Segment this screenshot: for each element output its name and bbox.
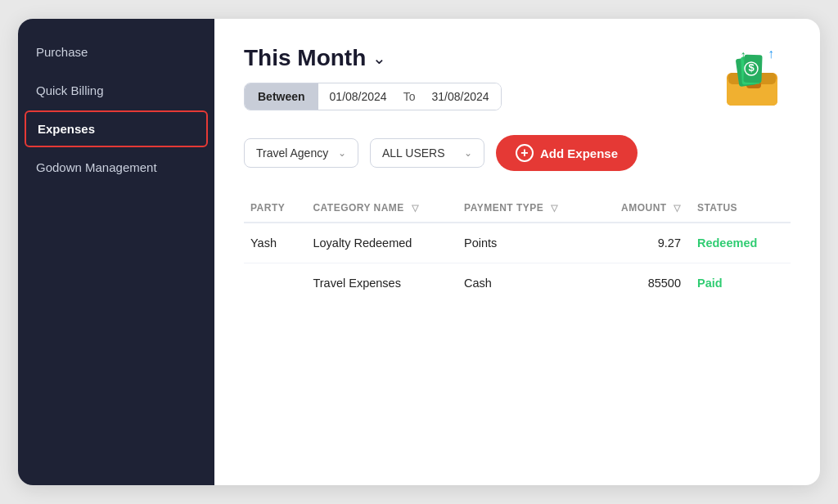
cell-status: Redeemed [697, 223, 791, 263]
wallet-icon: $ ↑ ↑ [717, 42, 791, 115]
amount-filter-icon[interactable]: ▽ [674, 203, 680, 213]
cell-payment-type: Points [464, 223, 600, 263]
table-row: Travel Expenses Cash 85500 Paid [244, 263, 791, 304]
table-row: Yash Loyalty Redeemed Points 9.27 Redeem… [244, 223, 791, 263]
payment-filter-icon[interactable]: ▽ [551, 203, 557, 213]
col-party: PARTY [244, 194, 313, 223]
main-content: $ ↑ ↑ This Month ⌄ Between 01/08/2024 [214, 19, 820, 485]
sidebar: Purchase Quick Billing Expenses Godown M… [18, 19, 214, 485]
between-label: Between [245, 83, 318, 110]
cell-payment-type: Cash [464, 263, 600, 304]
col-category: CATEGORY NAME ▽ [313, 194, 464, 223]
sidebar-item-godown-management[interactable]: Godown Management [18, 149, 214, 186]
sidebar-item-purchase[interactable]: Purchase [18, 34, 214, 70]
users-label: ALL USERS [382, 146, 445, 160]
date-to[interactable]: 31/08/2024 [420, 83, 500, 110]
page-title: This Month [244, 45, 366, 71]
cell-party [244, 263, 313, 304]
svg-text:↑: ↑ [740, 48, 746, 62]
date-range-row: Between 01/08/2024 To 31/08/2024 [244, 83, 502, 110]
svg-text:↑: ↑ [768, 47, 774, 61]
header-left: This Month ⌄ Between 01/08/2024 To 31/08… [244, 45, 638, 171]
add-expense-label: Add Expense [540, 146, 618, 160]
cell-amount: 85500 [600, 263, 696, 304]
sidebar-item-expenses[interactable]: Expenses [25, 110, 208, 147]
category-chevron-icon: ⌄ [338, 147, 346, 159]
period-dropdown-icon[interactable]: ⌄ [372, 48, 386, 68]
category-label: Travel Agency [256, 146, 328, 160]
col-status: STATUS [697, 194, 791, 223]
category-dropdown[interactable]: Travel Agency ⌄ [244, 138, 358, 168]
title-row: This Month ⌄ [244, 45, 638, 71]
sidebar-item-quick-billing[interactable]: Quick Billing [18, 72, 214, 109]
add-expense-button[interactable]: + Add Expense [496, 135, 638, 171]
date-from[interactable]: 01/08/2024 [318, 83, 399, 110]
cell-party: Yash [244, 223, 313, 263]
cell-status: Paid [697, 263, 791, 304]
to-label: To [399, 83, 421, 110]
cell-category: Travel Expenses [313, 263, 464, 304]
col-payment-type: PAYMENT TYPE ▽ [464, 194, 600, 223]
category-filter-icon[interactable]: ▽ [412, 203, 418, 213]
filters-row: Travel Agency ⌄ ALL USERS ⌄ + Add Expens… [244, 135, 638, 171]
plus-circle-icon: + [516, 144, 534, 162]
users-chevron-icon: ⌄ [464, 147, 472, 159]
users-dropdown[interactable]: ALL USERS ⌄ [370, 138, 484, 168]
expenses-table: PARTY CATEGORY NAME ▽ PAYMENT TYPE ▽ AMO… [244, 194, 791, 303]
cell-amount: 9.27 [600, 223, 696, 263]
col-amount: AMOUNT ▽ [600, 194, 696, 223]
header-row: This Month ⌄ Between 01/08/2024 To 31/08… [244, 45, 791, 171]
cell-category: Loyalty Redeemed [313, 223, 464, 263]
